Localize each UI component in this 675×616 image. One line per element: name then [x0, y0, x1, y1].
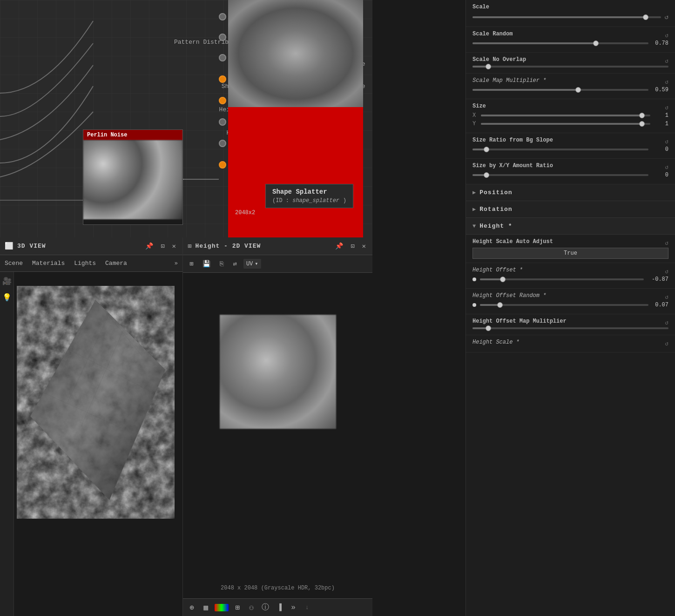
- chart-icon-bottom[interactable]: ▐: [274, 602, 284, 613]
- height-offset-random-header: Height Offset Random * ↺: [472, 292, 668, 302]
- scale-random-slider[interactable]: [472, 42, 648, 44]
- size-x-slider[interactable]: [481, 115, 650, 116]
- connector-5[interactable]: [219, 118, 226, 126]
- size-ratio-thumb[interactable]: [484, 147, 489, 152]
- uv-chevron: ▾: [255, 260, 258, 267]
- size-y-slider[interactable]: [481, 123, 650, 125]
- height-offset-random-label: Height Offset Random *: [472, 292, 663, 299]
- person-icon-bottom[interactable]: ⚇: [246, 602, 256, 613]
- height-offset-dot: [472, 278, 476, 281]
- size-xy-slider-row: 0: [472, 172, 668, 178]
- size-reset[interactable]: ↺: [665, 104, 668, 111]
- height-offset-random-slider[interactable]: [480, 304, 648, 306]
- scale-random-header-row: Scale Random ↺: [472, 31, 668, 40]
- scale-random-thumb[interactable]: [593, 41, 599, 46]
- terrain-3d: [16, 286, 175, 556]
- height-scale-auto-value[interactable]: True: [472, 248, 668, 259]
- height-offset-slider[interactable]: [480, 278, 644, 280]
- grid-icon-bottom[interactable]: ⊞: [232, 602, 243, 613]
- connector-6[interactable]: [219, 140, 226, 147]
- layers-icon-bottom[interactable]: ⊕: [187, 602, 197, 613]
- save-tool-btn[interactable]: 💾: [200, 258, 213, 270]
- scale-random-slider-row: 0.78: [472, 40, 668, 47]
- size-y-thumb[interactable]: [639, 121, 645, 127]
- size-ratio-label: Size Ratio from Bg Slope: [472, 137, 663, 143]
- height-offset-reset[interactable]: ↺: [665, 268, 668, 275]
- maximize-btn-3d[interactable]: ⊡: [159, 241, 166, 251]
- scale-reset[interactable]: ↺: [665, 13, 668, 21]
- uv-selector[interactable]: UV ▾: [243, 259, 261, 269]
- height-offset-map-slider[interactable]: [472, 327, 668, 329]
- checker-icon-bottom[interactable]: ▦: [201, 602, 211, 613]
- height-scale-reset[interactable]: ↺: [665, 340, 668, 347]
- height-offset-thumb[interactable]: [500, 277, 506, 282]
- size-ratio-slider[interactable]: [472, 149, 648, 150]
- scale-slider-thumb[interactable]: [643, 14, 648, 20]
- scale-map-reset[interactable]: ↺: [665, 78, 668, 86]
- height-section-header[interactable]: ▼ Height *: [466, 218, 675, 235]
- size-ratio-reset[interactable]: ↺: [665, 138, 668, 145]
- height-offset-map-reset[interactable]: ↺: [665, 319, 668, 326]
- scale-slider-track[interactable]: [472, 16, 661, 18]
- size-x-thumb[interactable]: [639, 113, 645, 118]
- height-offset-fill: [480, 278, 503, 280]
- height-preview: [220, 315, 336, 429]
- light-icon[interactable]: 💡: [2, 293, 12, 302]
- nav-more[interactable]: »: [175, 260, 178, 267]
- panel-3d-content[interactable]: 🎥 💡: [0, 272, 182, 616]
- scale-no-overlap-slider[interactable]: [472, 66, 668, 68]
- height-scale-auto-reset[interactable]: ↺: [665, 239, 668, 247]
- video-icon[interactable]: 🎥: [2, 277, 12, 286]
- close-btn-2d[interactable]: ✕: [360, 241, 368, 251]
- size-xy-slider[interactable]: [472, 174, 648, 176]
- view-2d-toolbar: ⊞ 💾 ⎘ ⇄ UV ▾: [183, 255, 372, 273]
- rotation-title: Rotation: [479, 206, 512, 213]
- height-offset-random-value: 0.07: [652, 302, 668, 308]
- rotation-section-header[interactable]: ▶ Rotation: [466, 201, 675, 218]
- perlin-node[interactable]: Perlin Noise: [83, 129, 183, 225]
- copy-tool-btn[interactable]: ⎘: [217, 258, 226, 270]
- arrow-icon-bottom[interactable]: ↓: [302, 602, 312, 613]
- connector-3-orange[interactable]: [219, 75, 226, 83]
- connector-0[interactable]: [219, 13, 226, 20]
- size-xy-ratio-reset[interactable]: ↺: [665, 163, 668, 171]
- info-icon-bottom[interactable]: ⓘ: [260, 602, 270, 613]
- perlin-node-header: Perlin Noise: [83, 130, 182, 140]
- scale-map-slider[interactable]: [472, 89, 648, 91]
- size-xy-thumb[interactable]: [484, 172, 489, 178]
- connector-1[interactable]: [219, 34, 226, 41]
- maximize-btn-2d[interactable]: ⊡: [349, 241, 356, 251]
- share-tool-btn[interactable]: ⇄: [230, 258, 239, 270]
- nav-camera[interactable]: Camera: [105, 258, 127, 269]
- position-section-header[interactable]: ▶ Position: [466, 184, 675, 201]
- connector-column: [219, 0, 226, 173]
- nav-lights[interactable]: Lights: [74, 258, 96, 269]
- height-offset-map-thumb[interactable]: [486, 325, 491, 331]
- nav-materials[interactable]: Materials: [32, 258, 65, 269]
- connector-7-orange[interactable]: [219, 161, 226, 169]
- pin-btn-2d[interactable]: 📌: [333, 241, 345, 251]
- height-offset-random-reset[interactable]: ↺: [665, 293, 668, 301]
- pin-btn-3d[interactable]: 📌: [143, 241, 155, 251]
- scale-no-overlap-thumb[interactable]: [486, 64, 491, 69]
- size-xy-value: 0: [652, 172, 668, 178]
- scale-section: Scale ↺: [466, 0, 675, 27]
- node-graph[interactable]: Pattern 2 Pattern Distribution Shape Sca…: [0, 0, 372, 237]
- scale-random-value: 0.78: [652, 40, 668, 47]
- close-btn-3d[interactable]: ✕: [170, 241, 178, 251]
- size-y-value: 1: [652, 121, 668, 127]
- scale-no-overlap-reset[interactable]: ↺: [665, 57, 668, 65]
- panel-2d-titlebar: ⊞ Height - 2D VIEW 📌 ⊡ ✕: [183, 237, 372, 255]
- more-icon-bottom[interactable]: »: [288, 602, 298, 613]
- height-offset-random-thumb[interactable]: [497, 302, 503, 308]
- connector-2[interactable]: [219, 54, 226, 61]
- nav-scene[interactable]: Scene: [5, 258, 23, 269]
- scale-map-thumb[interactable]: [575, 87, 581, 93]
- frame-tool-btn[interactable]: ⊞: [187, 258, 196, 270]
- scale-no-overlap-section: Scale No Overlap ↺: [466, 53, 675, 74]
- tooltip-title: Shape Splatter: [272, 188, 346, 196]
- gradient-icon-bottom[interactable]: [215, 604, 229, 611]
- scale-random-reset[interactable]: ↺: [665, 32, 668, 39]
- connector-4-orange[interactable]: [219, 97, 226, 104]
- panel-2d-content[interactable]: 2048 x 2048 (Grayscale HDR, 32bpc): [183, 273, 372, 598]
